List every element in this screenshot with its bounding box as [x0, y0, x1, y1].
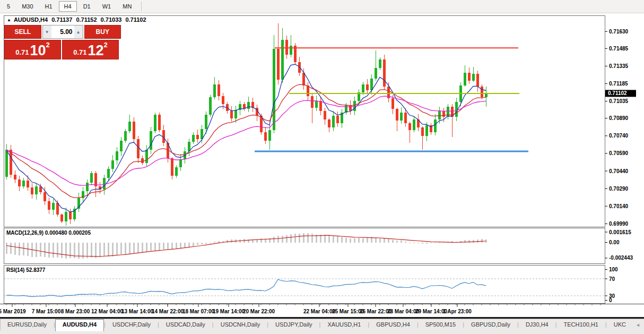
mt4-window: 5M30H1H4D1W1MN 0.716300.714850.713350.71…	[0, 0, 644, 334]
timeframe-button-h1[interactable]: H1	[40, 1, 58, 12]
tab-dj30-h4[interactable]: DJ30,H4	[519, 319, 555, 330]
time-axis-label: 28 Mar 04:00	[387, 309, 419, 314]
price-axis-label: 0.71630	[609, 29, 629, 35]
price-axis-label: 0.71035	[609, 98, 629, 104]
tab-usdcnh-daily[interactable]: USDCNH,Daily	[214, 319, 267, 330]
time-axis-label: 8 Mar 23:00	[61, 309, 90, 314]
price-axis-label: 0.71485	[609, 46, 629, 52]
time-axis-label: 14 Mar 22:00	[152, 309, 184, 314]
ohlc-high: 0.71152	[76, 16, 97, 23]
candle	[158, 113, 161, 133]
macd-axis-label: 0.00	[609, 239, 620, 245]
volume-decrease-button[interactable]: ▼	[43, 25, 51, 38]
tab-usdchf-daily[interactable]: USDCHF,Daily	[106, 319, 158, 330]
tabs-scroll-left-icon[interactable]: ◄	[633, 321, 643, 329]
symbol-collapse-icon[interactable]: ▲	[7, 18, 11, 22]
price-axis-label: 0.70290	[609, 186, 629, 192]
current-price-tag: 0.71102	[605, 90, 636, 97]
sell-price-sup: 2	[46, 41, 50, 49]
tab-scroll-controls: ◄►	[633, 319, 644, 331]
candle	[154, 113, 156, 134]
time-axis-label: 7 Mar 15:00	[32, 309, 61, 314]
sell-price-big: 10	[30, 44, 46, 58]
time-axis-label: 18 Mar 07:00	[182, 309, 214, 314]
tab-ukc[interactable]: UKC	[607, 319, 633, 330]
tab-audusd-h4[interactable]: AUDUSD,H4	[55, 319, 104, 331]
chart-tabs-bar: EURUSD,Daily|AUDUSD,H4|USDCHF,Daily|USDC…	[0, 319, 644, 334]
timeframe-button-w1[interactable]: W1	[97, 1, 117, 12]
toolbar-separator	[141, 2, 142, 11]
timeframe-toolbar: 5M30H1H4D1W1MN	[0, 0, 644, 13]
price-axis-label: 0.70740	[609, 133, 629, 139]
time-axis-label: 6 Mar 2019	[0, 309, 26, 314]
svg-text:0.71102: 0.71102	[608, 90, 627, 96]
volume-input[interactable]	[51, 25, 74, 38]
time-axis-label: 1 Apr 23:00	[443, 309, 472, 314]
tab-tech100-h1[interactable]: TECH100,H1	[557, 319, 605, 330]
buy-price-sup: 2	[104, 41, 108, 49]
price-axis-label: 0.71185	[609, 81, 628, 87]
tab-gbpusd-h4[interactable]: GBPUSD,H4	[369, 319, 417, 330]
tab-usdjpy-daily[interactable]: USDJPY,Daily	[268, 319, 319, 330]
price-axis-label: 0.71335	[609, 63, 629, 69]
time-axis-label: 19 Mar 14:00	[213, 309, 245, 314]
buy-price-button[interactable]: 0.71122	[62, 40, 119, 59]
sell-button[interactable]: SELL	[4, 25, 41, 39]
timeframe-button-mn[interactable]: MN	[117, 1, 137, 12]
macd-pane[interactable]: MACD(12,26,9) 0.000480 0.0002050.0016150…	[0, 228, 644, 265]
candle	[294, 43, 297, 64]
tab-xauusd-h1[interactable]: XAUUSD,H1	[320, 319, 368, 330]
sell-price-button[interactable]: 0.71102	[4, 40, 61, 59]
volume-spinner: ▼ ▲	[42, 25, 83, 39]
sell-price-base: 0.71	[15, 48, 29, 58]
tab-gbpusd-daily[interactable]: GBPUSD,Daily	[464, 319, 517, 330]
macd-label: MACD(12,26,9) 0.000480 0.000205	[6, 230, 91, 236]
price-axis-label: 0.70590	[609, 150, 629, 156]
timeframe-button-m30[interactable]: M30	[16, 1, 38, 12]
one-click-trading-widget: SELL ▼ ▲ BUY 0.71102 0.71122	[4, 25, 121, 59]
tab-eurusd-daily[interactable]: EURUSD,Daily	[1, 319, 54, 330]
time-axis-label: 22 Mar 04:00	[303, 309, 335, 314]
buy-button[interactable]: BUY	[84, 25, 121, 39]
timeframe-button-d1[interactable]: D1	[78, 1, 96, 12]
chart-legend: ▲AUDUSD,H4 0.71137 0.71152 0.71033 0.711…	[7, 16, 149, 23]
price-axis-label: 0.70890	[609, 115, 629, 121]
rsi-axis-label: 70	[609, 276, 615, 282]
candle	[383, 55, 386, 90]
rsi-label: RSI(14) 52.8377	[6, 267, 46, 273]
rsi-pane[interactable]: RSI(14) 52.837710070300	[0, 265, 644, 304]
candle	[209, 95, 212, 117]
buy-price-base: 0.71	[73, 48, 86, 58]
time-axis-label: 20 Mar 22:00	[243, 309, 275, 314]
macd-axis-label: -0.002443	[609, 255, 633, 261]
ohlc-open: 0.71137	[51, 16, 72, 23]
time-axis: 6 Mar 20197 Mar 15:008 Mar 23:0012 Mar 0…	[0, 304, 644, 319]
volume-increase-button[interactable]: ▲	[74, 25, 83, 38]
tab-usdcad-daily[interactable]: USDCAD,Daily	[159, 319, 212, 330]
time-axis-label: 12 Mar 04:00	[91, 309, 123, 314]
ohlc-low: 0.71033	[101, 16, 122, 23]
price-axis-label: 0.70440	[609, 168, 629, 174]
price-axis-label: 0.69990	[609, 221, 629, 227]
tab-sp500-m15[interactable]: SP500,M15	[419, 319, 463, 330]
rsi-axis-label: 100	[609, 267, 618, 272]
macd-axis-label: 0.001615	[609, 229, 631, 235]
timeframe-button-h4[interactable]: H4	[59, 1, 77, 12]
price-axis-label: 0.70140	[609, 203, 629, 209]
rsi-axis-label: 0	[609, 297, 612, 303]
buy-price-big: 12	[88, 44, 104, 58]
time-axis-label: 13 Mar 14:00	[121, 309, 153, 314]
symbol-name: AUDUSD,H4	[14, 16, 48, 23]
ohlc-close: 0.71102	[125, 16, 146, 23]
chart-area: 0.716300.714850.713350.711850.710350.708…	[0, 14, 644, 319]
timeframe-button-5[interactable]: 5	[2, 1, 15, 12]
candle	[273, 35, 275, 133]
